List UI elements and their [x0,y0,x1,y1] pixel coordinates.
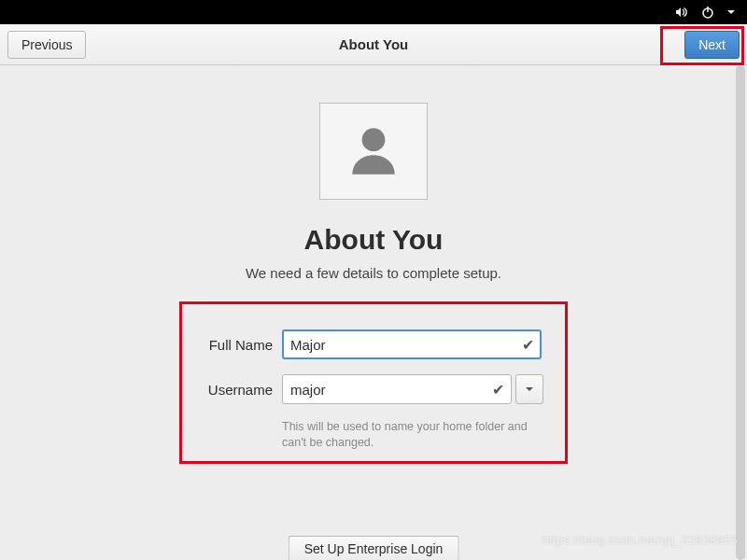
user-details-form: Full Name ✔ Username ✔ This will be used… [179,301,568,464]
username-input[interactable] [282,374,512,404]
username-hint: This will be used to name your home fold… [282,419,542,451]
username-label: Username [198,382,273,398]
full-name-row: Full Name ✔ [198,329,543,359]
next-button[interactable]: Next [684,31,740,59]
username-suggestions-button[interactable] [515,374,543,404]
power-icon[interactable] [700,5,715,20]
full-name-label: Full Name [198,337,273,353]
avatar-picker[interactable] [319,103,428,200]
scrollbar[interactable] [734,65,747,560]
previous-button[interactable]: Previous [7,31,86,59]
headerbar: Previous About You Next [0,24,747,65]
content-area: About You We need a few details to compl… [0,65,747,560]
system-topbar [0,0,747,24]
svg-point-2 [362,128,386,151]
username-row: Username ✔ [198,374,543,404]
page-title: About You [304,224,444,256]
enterprise-login-button[interactable]: Set Up Enterprise Login [289,536,459,560]
volume-icon[interactable] [674,5,689,20]
page-subtitle: We need a few details to complete setup. [246,265,501,281]
headerbar-title: About You [339,36,408,52]
user-avatar-icon [343,119,404,184]
full-name-input[interactable] [282,329,542,359]
scrollbar-thumb[interactable] [736,65,745,560]
dropdown-arrow-icon[interactable] [726,7,736,17]
